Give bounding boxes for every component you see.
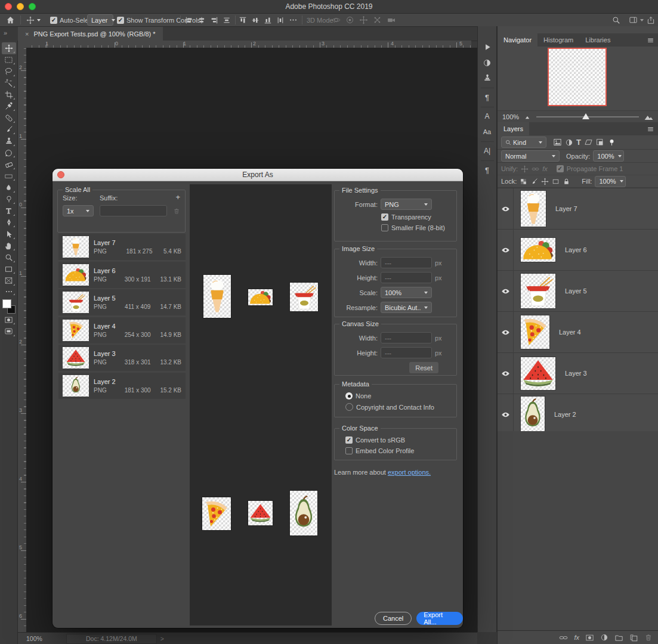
edit-toolbar-button[interactable] — [2, 287, 16, 296]
filter-type-layers-icon[interactable]: T — [576, 138, 581, 147]
canvas-width-input[interactable]: --- — [381, 332, 432, 343]
convert-srgb-checkbox[interactable]: ✓ — [345, 436, 353, 444]
filter-kind-select[interactable]: Kind — [501, 137, 546, 148]
lock-artboard-icon[interactable] — [552, 178, 560, 185]
layer-thumbnail[interactable] — [521, 191, 546, 227]
format-select[interactable]: PNG — [381, 199, 432, 210]
color-swatches[interactable] — [2, 299, 16, 314]
screen-mode-button[interactable] — [2, 326, 16, 338]
filter-shape-layers-icon[interactable] — [584, 138, 593, 147]
filter-pixel-layers-icon[interactable] — [553, 138, 562, 147]
path-selection-tool[interactable] — [2, 228, 16, 240]
preview-taco[interactable] — [248, 289, 273, 305]
filter-adjustment-layers-icon[interactable] — [565, 138, 573, 147]
lasso-tool[interactable] — [2, 66, 16, 78]
add-layer-mask-icon[interactable] — [585, 633, 594, 642]
export-layer-row[interactable]: Layer 4 PNG254 x 30014.9 KB — [58, 317, 186, 343]
layer-name[interactable]: Layer 5 — [565, 287, 587, 295]
home-button[interactable] — [6, 14, 15, 26]
layer-thumbnail[interactable] — [521, 274, 555, 308]
dialog-close-button[interactable] — [57, 171, 64, 178]
blend-mode-select[interactable]: Normal — [501, 150, 560, 162]
align-right-edges-button[interactable] — [210, 16, 218, 24]
layer-row[interactable]: Layer 2 — [498, 394, 658, 435]
paragraph-styles-panel-icon[interactable]: ¶ — [480, 91, 495, 104]
image-height-input[interactable]: --- — [381, 272, 432, 283]
layer-name[interactable]: Layer 3 — [565, 370, 587, 377]
layer-name[interactable]: Layer 7 — [555, 205, 577, 212]
navigator-zoom-slider[interactable] — [536, 116, 639, 117]
pen-tool[interactable] — [2, 217, 16, 229]
type-tool[interactable] — [2, 205, 16, 217]
layer-visibility-eye-icon[interactable] — [498, 394, 514, 435]
move-tool[interactable] — [2, 42, 16, 54]
layer-visibility-eye-icon[interactable] — [498, 188, 514, 229]
layer-row[interactable]: Layer 6 — [498, 230, 658, 271]
export-layer-row[interactable]: Layer 3 PNG318 x 30113.2 KB — [58, 345, 186, 371]
healing-brush-tool[interactable] — [2, 112, 16, 124]
tab-histogram[interactable]: Histogram — [537, 33, 579, 47]
document-tab[interactable]: × PNG Export Tests.psd @ 100% (RGB/8) * — [18, 27, 163, 41]
smaller-file-checkbox[interactable] — [381, 224, 388, 231]
layer-row[interactable]: Layer 4 — [498, 312, 658, 353]
resample-select[interactable]: Bicubic Aut... — [381, 302, 432, 313]
lock-transparent-pixels-icon[interactable] — [520, 178, 527, 185]
clone-source-panel-icon[interactable] — [480, 72, 495, 85]
delete-layer-icon[interactable] — [644, 633, 653, 642]
lock-image-pixels-icon[interactable] — [530, 178, 538, 185]
preview-avocado[interactable] — [290, 491, 317, 535]
panel-menu-icon[interactable] — [647, 33, 658, 47]
blur-tool[interactable] — [2, 182, 16, 194]
character-styles-panel-icon[interactable]: A — [480, 110, 495, 123]
adjustments-panel-icon[interactable] — [480, 56, 495, 69]
glyphs-panel-icon[interactable]: Aa — [480, 125, 495, 138]
preview-pizza[interactable] — [202, 497, 231, 530]
add-scale-button[interactable]: + — [175, 194, 180, 202]
layer-visibility-eye-icon[interactable] — [498, 271, 514, 311]
align-left-edges-button[interactable] — [185, 16, 193, 24]
align-top-edges-button[interactable] — [239, 16, 247, 24]
history-brush-tool[interactable] — [2, 147, 16, 159]
link-layers-icon[interactable] — [559, 633, 568, 642]
layer-row[interactable]: Layer 5 — [498, 271, 658, 312]
export-preview-area[interactable] — [190, 184, 332, 626]
foreground-color-swatch[interactable] — [2, 299, 11, 308]
marquee-tool[interactable] — [2, 54, 16, 66]
layer-name[interactable]: Layer 4 — [559, 329, 581, 336]
layer-visibility-eye-icon[interactable] — [498, 353, 514, 394]
preview-noodle-box[interactable] — [290, 283, 318, 311]
export-layer-row[interactable]: Layer 5 PNG411 x 40914.7 KB — [58, 289, 186, 315]
canvas-height-input[interactable]: --- — [381, 347, 432, 358]
tab-navigator[interactable]: Navigator — [498, 33, 537, 47]
rectangle-tool[interactable] — [2, 264, 16, 275]
metadata-copyright-radio[interactable] — [345, 403, 353, 411]
transparency-checkbox[interactable]: ✓ — [381, 213, 388, 221]
navigator-thumbnail[interactable] — [548, 48, 607, 106]
eraser-tool[interactable] — [2, 159, 16, 171]
align-horizontal-centers-button[interactable] — [197, 16, 206, 24]
gradient-tool[interactable] — [2, 171, 16, 182]
layer-thumbnail[interactable] — [521, 357, 555, 390]
auto-select-target-select[interactable]: Layer — [87, 14, 113, 26]
zoom-out-mountain-icon[interactable] — [524, 113, 532, 121]
reset-button[interactable]: Reset — [409, 362, 438, 373]
layer-effects-icon[interactable]: fx — [574, 634, 579, 641]
status-options-chevron-icon[interactable]: > — [160, 635, 164, 642]
actions-panel-icon[interactable] — [480, 41, 495, 54]
distribute-vertical-button[interactable] — [276, 16, 285, 24]
more-align-options-button[interactable] — [289, 14, 298, 26]
layer-thumbnail[interactable] — [521, 397, 545, 432]
suffix-input[interactable] — [100, 205, 167, 216]
cancel-button[interactable]: Cancel — [375, 612, 412, 625]
new-group-icon[interactable] — [614, 633, 623, 642]
eyedropper-tool[interactable] — [2, 101, 16, 113]
preview-ice-cream[interactable] — [203, 275, 231, 318]
layer-row[interactable]: Layer 7 — [498, 188, 658, 230]
tab-layers[interactable]: Layers — [498, 122, 529, 135]
active-tool-icon[interactable] — [26, 14, 41, 26]
opacity-select[interactable]: 100% — [593, 150, 624, 162]
fill-select[interactable]: 100% — [595, 176, 626, 187]
workspace-switcher-button[interactable] — [629, 14, 644, 26]
new-adjustment-layer-icon[interactable] — [600, 633, 608, 642]
embed-profile-checkbox[interactable] — [345, 447, 353, 454]
